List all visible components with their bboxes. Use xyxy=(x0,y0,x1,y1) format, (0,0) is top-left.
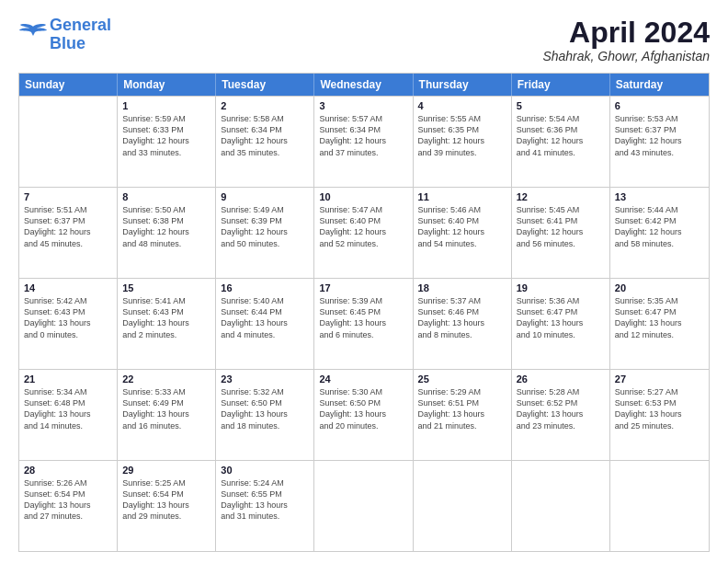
cal-cell: 27Sunrise: 5:27 AM Sunset: 6:53 PM Dayli… xyxy=(610,370,709,460)
day-number: 2 xyxy=(221,100,309,111)
day-number: 28 xyxy=(24,465,112,476)
day-number: 11 xyxy=(418,191,506,202)
cell-text: Sunrise: 5:28 AM Sunset: 6:52 PM Dayligh… xyxy=(517,386,605,431)
header-wednesday: Wednesday xyxy=(314,74,413,96)
cal-cell: 3Sunrise: 5:57 AM Sunset: 6:34 PM Daylig… xyxy=(314,97,413,187)
cell-text: Sunrise: 5:49 AM Sunset: 6:39 PM Dayligh… xyxy=(221,204,309,249)
header-friday: Friday xyxy=(512,74,610,96)
cal-cell xyxy=(512,461,610,551)
day-number: 6 xyxy=(615,100,704,111)
cal-cell: 25Sunrise: 5:29 AM Sunset: 6:51 PM Dayli… xyxy=(414,370,512,460)
cell-text: Sunrise: 5:39 AM Sunset: 6:45 PM Dayligh… xyxy=(319,295,407,340)
logo-text2: Blue xyxy=(50,34,85,52)
cell-text: Sunrise: 5:36 AM Sunset: 6:47 PM Dayligh… xyxy=(517,295,605,340)
header-tuesday: Tuesday xyxy=(216,74,314,96)
cal-cell: 11Sunrise: 5:46 AM Sunset: 6:40 PM Dayli… xyxy=(414,188,512,278)
cal-cell: 12Sunrise: 5:45 AM Sunset: 6:41 PM Dayli… xyxy=(512,188,610,278)
cell-text: Sunrise: 5:34 AM Sunset: 6:48 PM Dayligh… xyxy=(24,386,112,431)
cal-cell: 26Sunrise: 5:28 AM Sunset: 6:52 PM Dayli… xyxy=(512,370,610,460)
cal-cell: 14Sunrise: 5:42 AM Sunset: 6:43 PM Dayli… xyxy=(19,279,118,369)
cal-week-1: 7Sunrise: 5:51 AM Sunset: 6:37 PM Daylig… xyxy=(19,187,709,278)
cell-text: Sunrise: 5:45 AM Sunset: 6:41 PM Dayligh… xyxy=(517,204,605,249)
calendar-header: Sunday Monday Tuesday Wednesday Thursday… xyxy=(19,74,709,96)
cell-text: Sunrise: 5:27 AM Sunset: 6:53 PM Dayligh… xyxy=(615,386,704,431)
cal-cell: 15Sunrise: 5:41 AM Sunset: 6:43 PM Dayli… xyxy=(118,279,216,369)
cal-cell xyxy=(314,461,413,551)
cal-cell: 5Sunrise: 5:54 AM Sunset: 6:36 PM Daylig… xyxy=(512,97,610,187)
header-sunday: Sunday xyxy=(19,74,118,96)
cell-text: Sunrise: 5:35 AM Sunset: 6:47 PM Dayligh… xyxy=(615,295,704,340)
cal-cell: 6Sunrise: 5:53 AM Sunset: 6:37 PM Daylig… xyxy=(610,97,709,187)
logo: General Blue xyxy=(18,17,111,53)
cell-text: Sunrise: 5:37 AM Sunset: 6:46 PM Dayligh… xyxy=(418,295,506,340)
day-number: 10 xyxy=(319,191,407,202)
calendar: Sunday Monday Tuesday Wednesday Thursday… xyxy=(18,73,710,552)
day-number: 4 xyxy=(418,100,506,111)
day-number: 16 xyxy=(221,282,309,293)
day-number: 25 xyxy=(418,373,506,385)
subtitle: Shahrak, Ghowr, Afghanistan xyxy=(542,49,710,63)
cell-text: Sunrise: 5:40 AM Sunset: 6:44 PM Dayligh… xyxy=(221,295,309,340)
cell-text: Sunrise: 5:30 AM Sunset: 6:50 PM Dayligh… xyxy=(319,386,407,431)
cell-text: Sunrise: 5:44 AM Sunset: 6:42 PM Dayligh… xyxy=(615,204,704,249)
cell-text: Sunrise: 5:55 AM Sunset: 6:35 PM Dayligh… xyxy=(418,113,506,158)
cal-cell: 4Sunrise: 5:55 AM Sunset: 6:35 PM Daylig… xyxy=(414,97,512,187)
cell-text: Sunrise: 5:54 AM Sunset: 6:36 PM Dayligh… xyxy=(517,113,605,158)
cal-week-2: 14Sunrise: 5:42 AM Sunset: 6:43 PM Dayli… xyxy=(19,278,709,369)
cal-week-0: 1Sunrise: 5:59 AM Sunset: 6:33 PM Daylig… xyxy=(19,96,709,187)
cal-cell: 19Sunrise: 5:36 AM Sunset: 6:47 PM Dayli… xyxy=(512,279,610,369)
day-number: 26 xyxy=(517,373,605,385)
day-number: 13 xyxy=(615,191,704,202)
cell-text: Sunrise: 5:32 AM Sunset: 6:50 PM Dayligh… xyxy=(221,386,309,431)
header-monday: Monday xyxy=(118,74,216,96)
cell-text: Sunrise: 5:33 AM Sunset: 6:49 PM Dayligh… xyxy=(122,386,210,431)
cell-text: Sunrise: 5:57 AM Sunset: 6:34 PM Dayligh… xyxy=(319,113,407,158)
cal-week-3: 21Sunrise: 5:34 AM Sunset: 6:48 PM Dayli… xyxy=(19,369,709,460)
day-number: 15 xyxy=(122,282,210,293)
cal-cell: 7Sunrise: 5:51 AM Sunset: 6:37 PM Daylig… xyxy=(19,188,118,278)
cell-text: Sunrise: 5:47 AM Sunset: 6:40 PM Dayligh… xyxy=(319,204,407,249)
day-number: 29 xyxy=(122,465,210,476)
cell-text: Sunrise: 5:51 AM Sunset: 6:37 PM Dayligh… xyxy=(24,204,112,249)
cal-cell: 28Sunrise: 5:26 AM Sunset: 6:54 PM Dayli… xyxy=(19,461,118,551)
cal-cell xyxy=(414,461,512,551)
cal-cell: 10Sunrise: 5:47 AM Sunset: 6:40 PM Dayli… xyxy=(314,188,413,278)
month-title: April 2024 xyxy=(542,17,710,49)
day-number: 5 xyxy=(517,100,605,111)
day-number: 7 xyxy=(24,191,112,202)
cal-cell: 22Sunrise: 5:33 AM Sunset: 6:49 PM Dayli… xyxy=(118,370,216,460)
cal-cell: 16Sunrise: 5:40 AM Sunset: 6:44 PM Dayli… xyxy=(216,279,314,369)
day-number: 22 xyxy=(122,373,210,385)
cal-cell: 21Sunrise: 5:34 AM Sunset: 6:48 PM Dayli… xyxy=(19,370,118,460)
day-number: 3 xyxy=(319,100,407,111)
cal-cell xyxy=(19,97,118,187)
cell-text: Sunrise: 5:59 AM Sunset: 6:33 PM Dayligh… xyxy=(122,113,210,158)
cell-text: Sunrise: 5:24 AM Sunset: 6:55 PM Dayligh… xyxy=(221,477,309,523)
day-number: 17 xyxy=(319,282,407,293)
cell-text: Sunrise: 5:58 AM Sunset: 6:34 PM Dayligh… xyxy=(221,113,309,158)
cal-cell: 18Sunrise: 5:37 AM Sunset: 6:46 PM Dayli… xyxy=(414,279,512,369)
cal-cell: 9Sunrise: 5:49 AM Sunset: 6:39 PM Daylig… xyxy=(216,188,314,278)
day-number: 19 xyxy=(517,282,605,293)
header-thursday: Thursday xyxy=(414,74,512,96)
day-number: 8 xyxy=(122,191,210,202)
cell-text: Sunrise: 5:26 AM Sunset: 6:54 PM Dayligh… xyxy=(24,477,112,523)
day-number: 20 xyxy=(615,282,704,293)
cal-week-4: 28Sunrise: 5:26 AM Sunset: 6:54 PM Dayli… xyxy=(19,460,709,551)
cal-cell: 29Sunrise: 5:25 AM Sunset: 6:54 PM Dayli… xyxy=(118,461,216,551)
cell-text: Sunrise: 5:50 AM Sunset: 6:38 PM Dayligh… xyxy=(122,204,210,249)
cal-cell: 23Sunrise: 5:32 AM Sunset: 6:50 PM Dayli… xyxy=(216,370,314,460)
day-number: 27 xyxy=(615,373,704,385)
cell-text: Sunrise: 5:25 AM Sunset: 6:54 PM Dayligh… xyxy=(122,477,210,523)
header: General Blue April 2024 Shahrak, Ghowr, … xyxy=(18,17,710,63)
cal-cell: 1Sunrise: 5:59 AM Sunset: 6:33 PM Daylig… xyxy=(118,97,216,187)
day-number: 9 xyxy=(221,191,309,202)
day-number: 12 xyxy=(517,191,605,202)
cal-cell: 30Sunrise: 5:24 AM Sunset: 6:55 PM Dayli… xyxy=(216,461,314,551)
cal-cell: 24Sunrise: 5:30 AM Sunset: 6:50 PM Dayli… xyxy=(314,370,413,460)
cal-cell: 13Sunrise: 5:44 AM Sunset: 6:42 PM Dayli… xyxy=(610,188,709,278)
cal-cell: 20Sunrise: 5:35 AM Sunset: 6:47 PM Dayli… xyxy=(610,279,709,369)
logo-bird-icon xyxy=(18,23,48,47)
day-number: 23 xyxy=(221,373,309,385)
day-number: 1 xyxy=(122,100,210,111)
